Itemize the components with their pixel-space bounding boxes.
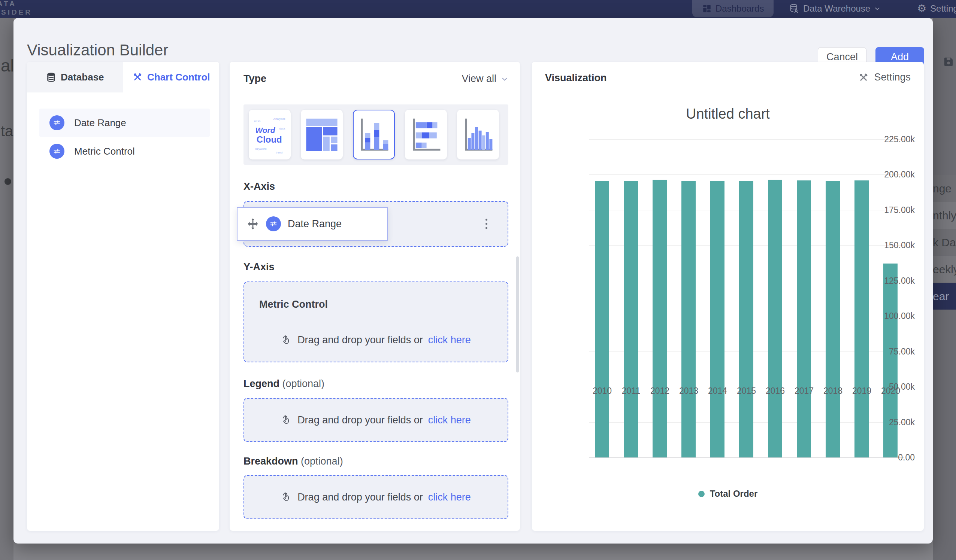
panel-scrollbar[interactable] <box>516 256 519 372</box>
builder-panel: Type View all ness Analytics keyword tre… <box>230 62 520 531</box>
type-section-title: Type <box>244 73 266 85</box>
field-item-label: Metric Control <box>74 146 135 157</box>
background-bullet <box>5 178 11 185</box>
bar-2010[interactable] <box>595 181 609 457</box>
app-logo[interactable]: DATA INSIDER <box>0 0 32 16</box>
x-axis-section-title: X-Axis <box>244 181 275 192</box>
dragged-field-label: Date Range <box>288 218 342 230</box>
x-tick-label: 2018 <box>819 386 848 396</box>
field-item-metric-control[interactable]: Metric Control <box>39 137 210 165</box>
tab-database[interactable]: Database <box>27 62 123 93</box>
legend-section-title: Legend (optional) <box>244 378 324 390</box>
x-tick-label: 2014 <box>703 386 732 396</box>
field-item-label: Date Range <box>74 117 126 129</box>
nav-settings[interactable]: ⚙ Settings <box>917 0 956 17</box>
gridline <box>589 174 904 175</box>
nav-data-warehouse[interactable]: Data Warehouse <box>789 0 881 17</box>
data-warehouse-icon <box>789 3 799 14</box>
chart-type-strip: ness Analytics keyword trend data Word C… <box>244 104 508 165</box>
chart-type-word-cloud[interactable]: ness Analytics keyword trend data Word C… <box>249 110 291 160</box>
background-text-fragment: ta <box>1 123 13 140</box>
y-axis-dropzone[interactable]: Metric Control Drag and drop your fields… <box>244 281 508 362</box>
legend-dropzone[interactable]: Drag and drop your fields or click here <box>244 398 508 442</box>
svg-text:ness: ness <box>254 119 260 123</box>
nav-data-warehouse-label: Data Warehouse <box>803 3 870 14</box>
bar-2014[interactable] <box>710 181 725 457</box>
breakdown-section-title: Breakdown (optional) <box>244 456 343 467</box>
kebab-menu-icon[interactable] <box>483 217 490 231</box>
y-tick-label: 75.00k <box>870 347 915 357</box>
nav-dashboards[interactable]: Dashboards <box>692 0 774 17</box>
y-tick-label: 175.00k <box>870 205 915 215</box>
tab-chart-control[interactable]: Chart Control <box>123 62 220 93</box>
click-here-link[interactable]: click here <box>428 414 471 426</box>
dimmed-background-left: al ta <box>0 18 14 560</box>
bar-2011[interactable] <box>624 181 638 457</box>
chevron-down-icon <box>501 75 508 83</box>
database-icon <box>46 72 56 82</box>
svg-text:Cloud: Cloud <box>256 134 282 144</box>
y-tick-label: 150.00k <box>870 240 915 251</box>
chart-type-stacked-column[interactable] <box>353 110 395 160</box>
chart-title: Untitled chart <box>532 106 924 122</box>
dragged-field-chip[interactable]: Date Range <box>237 207 388 241</box>
bar-2019[interactable] <box>854 180 869 457</box>
x-tick-label: 2019 <box>848 386 876 396</box>
visualization-builder-modal: Visualization Builder Cancel Add Databas… <box>14 18 933 544</box>
bar-2015[interactable] <box>739 181 753 457</box>
y-tick-label: 25.00k <box>870 417 915 427</box>
field-item-date-range[interactable]: Date Range <box>39 108 210 137</box>
visualization-panel-title: Visualization <box>545 72 607 84</box>
chart-legend[interactable]: Total Order <box>532 488 924 499</box>
legend-dot <box>698 491 704 497</box>
bar-2020[interactable] <box>883 264 898 457</box>
x-tick-label: 2017 <box>790 386 819 396</box>
chart-settings-label: Settings <box>874 72 911 83</box>
view-all-label: View all <box>462 73 496 85</box>
gear-icon: ⚙ <box>917 3 926 14</box>
gridline <box>589 457 904 458</box>
tune-icon <box>266 216 281 231</box>
svg-text:Analytics: Analytics <box>274 117 285 121</box>
tap-hand-icon <box>281 491 292 503</box>
logo-line-1: DATA <box>0 0 32 8</box>
click-here-link[interactable]: click here <box>428 491 471 503</box>
bar-2016[interactable] <box>768 180 782 457</box>
view-all-dropdown[interactable]: View all <box>462 73 508 85</box>
x-tick-label: 2010 <box>588 386 616 396</box>
tools-icon <box>132 72 143 82</box>
y-axis-placeholder-title: Metric Control <box>259 299 328 310</box>
bar-2018[interactable] <box>825 181 840 457</box>
breakdown-dropzone[interactable]: Drag and drop your fields or click here <box>244 475 508 519</box>
drop-hint-text: Drag and drop your fields or <box>297 414 423 426</box>
x-tick-label: 2020 <box>876 386 905 396</box>
tune-icon <box>49 115 64 130</box>
tune-icon <box>49 144 64 159</box>
chart-type-stacked-bar[interactable] <box>405 110 447 160</box>
drop-hint-text: Drag and drop your fields or <box>297 491 423 503</box>
chart-type-column[interactable] <box>457 110 499 160</box>
tap-hand-icon <box>281 335 292 346</box>
click-here-link[interactable]: click here <box>428 334 471 346</box>
nav-dashboards-label: Dashboards <box>715 3 764 14</box>
svg-text:data: data <box>280 127 285 130</box>
bar-2012[interactable] <box>653 180 667 457</box>
y-tick-label: 125.00k <box>870 276 915 286</box>
save-icon <box>943 56 954 67</box>
x-tick-label: 2016 <box>761 386 790 396</box>
y-tick-label: 225.00k <box>870 134 915 144</box>
background-text-fragment: al <box>1 55 14 75</box>
bar-2013[interactable] <box>681 181 696 457</box>
tab-database-label: Database <box>61 72 104 83</box>
dashboard-icon <box>702 4 712 14</box>
move-icon <box>247 218 259 230</box>
y-tick-label: 200.00k <box>870 169 915 180</box>
chart-settings-button[interactable]: Settings <box>858 72 911 83</box>
legend-label: Total Order <box>710 488 758 499</box>
x-tick-label: 2013 <box>674 386 703 396</box>
x-tick-label: 2011 <box>616 386 645 396</box>
svg-text:trend: trend <box>276 151 283 154</box>
chart-type-treemap[interactable] <box>301 110 343 160</box>
bar-2017[interactable] <box>797 180 811 457</box>
fields-panel-tabs: Database Chart Control <box>27 62 219 93</box>
